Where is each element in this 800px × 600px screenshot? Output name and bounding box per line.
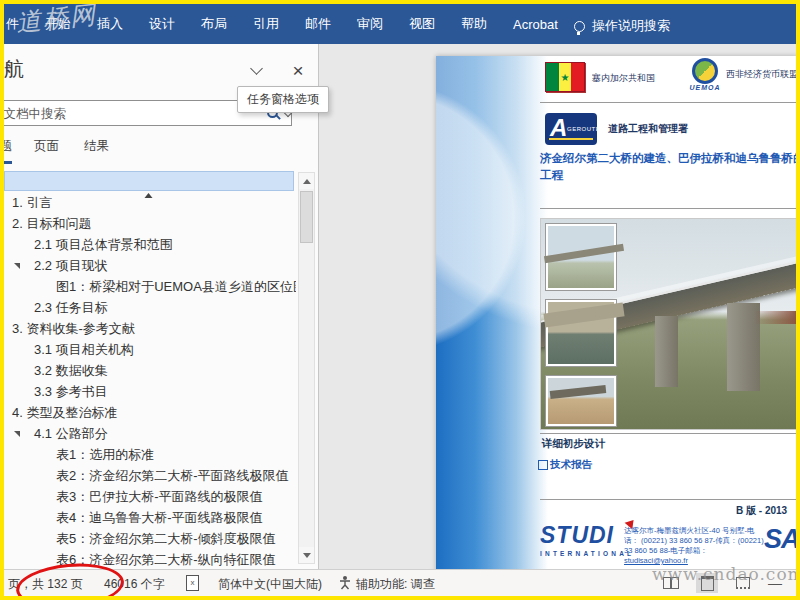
- agency-label: 道路工程和管理署: [608, 122, 688, 136]
- chevron-down-icon: [250, 62, 263, 75]
- scrollbar-thumb[interactable]: [300, 191, 313, 243]
- ribbon-tab[interactable]: 视图: [409, 15, 435, 33]
- heading-item[interactable]: 2.2 项目现状: [4, 255, 296, 276]
- cover-title: 济金绍尔第二大桥的建造、巴伊拉桥和迪乌鲁鲁桥的整治 工程: [540, 150, 796, 184]
- web-layout-icon: [736, 577, 750, 589]
- nav-scrollbar[interactable]: [298, 172, 315, 564]
- accessibility-status[interactable]: 辅助功能: 调查: [356, 576, 435, 593]
- ribbon-tab[interactable]: Acrobat: [513, 17, 558, 32]
- tab-pages[interactable]: 页面: [34, 138, 59, 161]
- tell-me-search[interactable]: 操作说明搜索: [574, 17, 670, 35]
- navigation-pane-title: 导航: [4, 56, 24, 83]
- ribbon-tab[interactable]: 帮助: [461, 15, 487, 33]
- print-layout-button[interactable]: [696, 573, 718, 593]
- bridge-photo: [540, 218, 796, 430]
- read-mode-icon: [663, 577, 679, 589]
- studi-logo: STUDI INTERNATIONAL: [540, 522, 634, 557]
- search-placeholder: 在文档中搜索: [4, 106, 66, 123]
- pane-close-button[interactable]: ×: [286, 60, 310, 80]
- inset-photo-1: [545, 223, 617, 291]
- ribbon-tab[interactable]: 引用: [253, 15, 279, 33]
- far-shore: [753, 311, 796, 324]
- word-window: 件开始插入设计布局引用邮件审阅视图帮助Acrobat 操作说明搜索 道桥网 导航…: [4, 4, 796, 596]
- uemoa-logo: UEMOA: [688, 58, 722, 91]
- proofing-errors-icon[interactable]: x: [186, 575, 199, 591]
- word-count[interactable]: 46016 个字: [104, 576, 165, 593]
- scroll-down-icon[interactable]: [299, 547, 314, 563]
- accessibility-icon: [338, 575, 352, 593]
- status-bar: 页，共 132 页 46016 个字 x 简体中文(中国大陆) 辅助功能: 调查…: [4, 569, 796, 596]
- ribbon-tab[interactable]: 开始: [45, 15, 71, 33]
- heading-item[interactable]: 表3：巴伊拉大桥-平面路线的极限值: [4, 486, 296, 507]
- ribbon-tab-bar: 件开始插入设计布局引用邮件审阅视图帮助Acrobat: [4, 4, 796, 44]
- heading-item[interactable]: 1. 引言: [4, 192, 296, 213]
- heading-item[interactable]: 4.1 公路部分: [4, 423, 296, 444]
- heading-item[interactable]: 3. 资料收集-参考文献: [4, 318, 296, 339]
- screenshot-frame: 件开始插入设计布局引用邮件审阅视图帮助Acrobat 操作说明搜索 道桥网 导航…: [0, 0, 800, 600]
- version-label: B 版 - 2013: [736, 504, 787, 518]
- selected-heading-row[interactable]: [4, 171, 294, 191]
- heading-item[interactable]: 表6：济金绍尔第二大桥-纵向特征限值: [4, 549, 296, 570]
- print-layout-icon: [701, 576, 714, 591]
- document-area: ★ 塞内加尔共和国 UEMOA 西非经济货币联盟 A GEROUTE 道路工程和…: [319, 44, 796, 570]
- bridge-pier: [655, 316, 678, 387]
- ageroute-logo: A GEROUTE: [545, 113, 597, 145]
- language-status[interactable]: 简体中文(中国大陆): [218, 576, 322, 593]
- partner-logo: SA: [764, 524, 796, 555]
- scroll-up-icon[interactable]: [299, 173, 314, 189]
- navigation-tabs: 标题 页面 结果: [4, 138, 304, 164]
- design-stage-label: 详细初步设计: [542, 437, 605, 451]
- heading-item[interactable]: 表1：选用的标准: [4, 444, 296, 465]
- union-label: 西非经济货币联盟: [726, 68, 796, 81]
- ribbon-tab[interactable]: 审阅: [357, 15, 383, 33]
- web-layout-button[interactable]: [732, 573, 754, 593]
- close-icon: ×: [292, 61, 303, 80]
- heading-item[interactable]: 2.3 任务目标: [4, 297, 296, 318]
- inset-photo-2: [545, 299, 617, 367]
- divider-line: [540, 102, 796, 103]
- heading-item[interactable]: 3.1 项目相关机构: [4, 339, 296, 360]
- view-buttons: —: [660, 572, 782, 594]
- studi-address: 达喀尔市-梅墨兹绸火社区-40 号别墅-电话： (00221) 33 860 5…: [624, 526, 764, 566]
- email-link[interactable]: studisaci@yahoo.fr: [624, 556, 688, 565]
- tab-headings[interactable]: 标题: [4, 138, 12, 164]
- page-count[interactable]: 页，共 132 页: [8, 576, 83, 593]
- heading-item[interactable]: 2. 目标和问题: [4, 213, 296, 234]
- pane-options-tooltip: 任务窗格选项: [237, 86, 329, 113]
- headings-list: 1. 引言2. 目标和问题2.1 项目总体背景和范围2.2 项目现状图1：桥梁相…: [4, 192, 296, 570]
- ribbon-tab[interactable]: 设计: [149, 15, 175, 33]
- heading-item[interactable]: 表5：济金绍尔第二大桥-倾斜度极限值: [4, 528, 296, 549]
- ribbon-tab[interactable]: 布局: [201, 15, 227, 33]
- uemoa-globe-icon: [692, 58, 718, 84]
- heading-item[interactable]: 4. 类型及整治标准: [4, 402, 296, 423]
- inset-photo-3: [545, 375, 617, 427]
- heading-item[interactable]: 图1：桥梁相对于UEMOA县道乡道的区位图: [4, 276, 296, 297]
- read-mode-button[interactable]: [660, 573, 682, 593]
- divider-line: [540, 208, 796, 209]
- cover-blue-gradient: [436, 56, 548, 596]
- divider-line: [540, 499, 796, 500]
- navigation-pane: 导航 × 在文档中搜索 标题 页面 结果 1. 引言2. 目标和问题2.1 项目…: [4, 44, 319, 570]
- heading-item[interactable]: 2.1 项目总体背景和范围: [4, 234, 296, 255]
- zoom-out-button[interactable]: —: [768, 575, 782, 591]
- tell-me-label: 操作说明搜索: [592, 17, 670, 35]
- report-label-row: 技术报告: [538, 458, 592, 472]
- heading-item[interactable]: 表4：迪乌鲁鲁大桥-平面线路极限值: [4, 507, 296, 528]
- senegal-flag: ★: [545, 62, 585, 92]
- heading-item[interactable]: 表2：济金绍尔第二大桥-平面路线极限值: [4, 465, 296, 486]
- pane-options-button[interactable]: [244, 60, 268, 80]
- tab-results[interactable]: 结果: [84, 138, 109, 161]
- ribbon-tab[interactable]: 插入: [97, 15, 123, 33]
- heading-item[interactable]: 3.2 数据收集: [4, 360, 296, 381]
- country-label: 塞内加尔共和国: [592, 72, 655, 85]
- document-page[interactable]: ★ 塞内加尔共和国 UEMOA 西非经济货币联盟 A GEROUTE 道路工程和…: [436, 56, 796, 596]
- heading-item[interactable]: 3.3 参考书目: [4, 381, 296, 402]
- checkbox-icon: [538, 460, 548, 470]
- ribbon-tab[interactable]: 邮件: [305, 15, 331, 33]
- ribbon-tab[interactable]: 件: [6, 15, 19, 33]
- lightbulb-icon: [574, 21, 585, 32]
- divider-line: [540, 433, 796, 434]
